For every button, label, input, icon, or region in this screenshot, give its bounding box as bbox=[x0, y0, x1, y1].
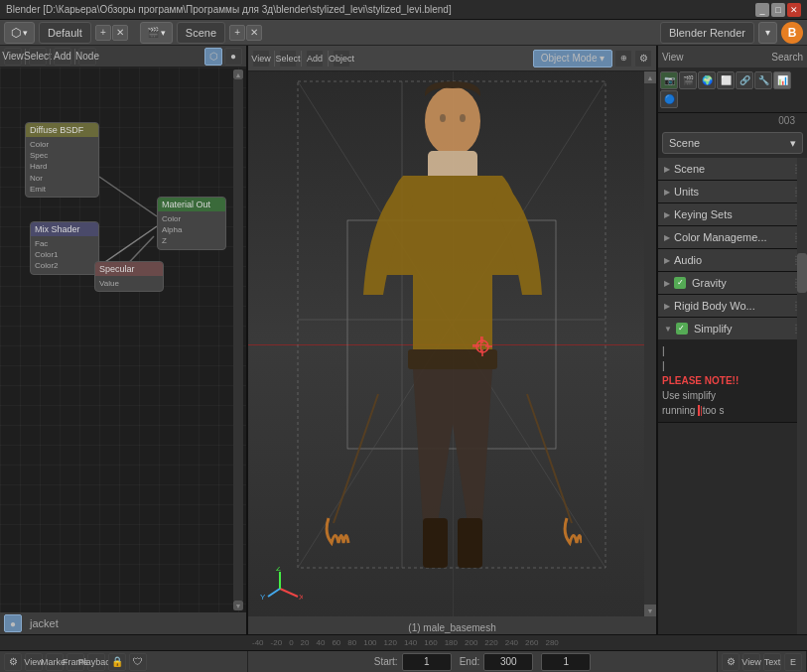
bottom-e-btn[interactable]: E bbox=[784, 653, 802, 671]
constraints-icon-btn[interactable]: 🔗 bbox=[736, 71, 753, 89]
gravity-label: Gravity bbox=[692, 277, 727, 289]
vscroll-down[interactable]: ▼ bbox=[644, 605, 656, 616]
add-menu-3d[interactable]: Add bbox=[306, 50, 324, 67]
scene-dropdown[interactable]: Scene ▾ bbox=[662, 132, 803, 154]
gravity-header[interactable]: ▶ ✓ Gravity ⣿ bbox=[658, 272, 807, 294]
audio-header[interactable]: ▶ Audio ⣿ bbox=[658, 249, 807, 271]
node-canvas[interactable]: Diffuse BSDF ColorSpecHardNorEmit Mix Sh… bbox=[0, 67, 246, 612]
close-button[interactable]: ✕ bbox=[787, 3, 801, 17]
node-output[interactable]: Material Out ColorAlphaZ bbox=[157, 197, 226, 250]
bottom-view-right[interactable]: View bbox=[742, 653, 760, 671]
svg-line-16 bbox=[527, 394, 572, 523]
title-bar-controls[interactable]: _ □ ✕ bbox=[755, 3, 801, 17]
bottom-settings-btn[interactable]: ⚙ bbox=[4, 653, 22, 671]
units-section-label: Units bbox=[674, 186, 699, 198]
data-icon-btn[interactable]: 📊 bbox=[773, 71, 791, 89]
view-menu-node[interactable]: View bbox=[4, 48, 22, 66]
node-material-btn[interactable]: ● bbox=[224, 48, 242, 66]
scroll-down[interactable]: ▼ bbox=[233, 601, 243, 610]
object-mode-btn[interactable]: Object Mode ▾ bbox=[533, 50, 612, 67]
character-silhouette bbox=[324, 76, 582, 593]
workspace-name: Default bbox=[39, 22, 91, 44]
close-scene-button[interactable]: ✕ bbox=[246, 25, 262, 41]
properties-icon-row: 📷 🎬 🌍 ⬜ 🔗 🔧 📊 🔵 bbox=[658, 67, 807, 113]
bottom-text-btn[interactable]: Text bbox=[763, 653, 781, 671]
viewport-global-btn[interactable]: ⊕ bbox=[614, 50, 632, 67]
vscroll-up[interactable]: ▲ bbox=[644, 71, 656, 83]
node-diffuse-header: Diffuse BSDF bbox=[26, 123, 98, 137]
node-label: jacket bbox=[30, 617, 59, 629]
close-workspace-button[interactable]: ✕ bbox=[112, 25, 128, 41]
select-menu-3d[interactable]: Select bbox=[279, 50, 297, 67]
bottom-marker-btn[interactable]: Marker bbox=[46, 653, 64, 671]
scene-name-display: Scene bbox=[177, 22, 225, 44]
scene-dropdown-arrow: ▾ bbox=[161, 28, 166, 38]
bottom-playback-btn[interactable]: Playback bbox=[87, 653, 105, 671]
bottom-left-segment: ⚙ View Marker Frame Playback 🔒 🛡 bbox=[0, 651, 248, 672]
canvas-scrollbar[interactable]: ▲ ▼ bbox=[232, 67, 244, 612]
bottom-lock-btn[interactable]: 🔒 bbox=[108, 653, 126, 671]
material-icon-btn[interactable]: 🔵 bbox=[660, 90, 678, 108]
simplify-arrow: ▼ bbox=[664, 325, 672, 334]
world-icon-btn[interactable]: 🌍 bbox=[698, 71, 716, 89]
end-input[interactable]: 300 bbox=[483, 653, 533, 671]
add-workspace-button[interactable]: + bbox=[95, 25, 111, 41]
render-icon-btn[interactable]: 📷 bbox=[660, 71, 678, 89]
minimize-button[interactable]: _ bbox=[755, 3, 769, 17]
modifier-icon-btn[interactable]: 🔧 bbox=[754, 71, 772, 89]
separator2 bbox=[50, 49, 51, 65]
search-label: Search bbox=[771, 52, 803, 63]
bottom-safe-btn[interactable]: 🛡 bbox=[129, 653, 147, 671]
rigid-body-header[interactable]: ▶ Rigid Body Wo... ⣿ bbox=[658, 295, 807, 317]
maximize-button[interactable]: □ bbox=[771, 3, 785, 17]
ruler-mark-9: 120 bbox=[384, 638, 397, 647]
scene-controls[interactable]: + ✕ bbox=[229, 25, 262, 41]
node-menu[interactable]: Node bbox=[78, 48, 96, 66]
current-frame-input[interactable]: 1 bbox=[541, 653, 591, 671]
add-scene-button[interactable]: + bbox=[229, 25, 245, 41]
node-specular[interactable]: Specular Value bbox=[94, 261, 164, 292]
viewport-canvas[interactable]: User Ortho bbox=[248, 71, 656, 616]
simplify-checkbox[interactable]: ✓ bbox=[676, 323, 688, 335]
right-panel-scrollbar[interactable] bbox=[797, 158, 807, 634]
keying-sets-header[interactable]: ▶ Keying Sets ⣿ bbox=[658, 203, 807, 225]
viewport-settings-btn[interactable]: ⚙ bbox=[634, 50, 652, 67]
svg-text:Z: Z bbox=[276, 567, 281, 573]
node-mix[interactable]: Mix Shader FacColor1Color2 bbox=[30, 221, 99, 275]
node-select-mode[interactable]: ● bbox=[4, 614, 22, 632]
add-menu-node[interactable]: Add bbox=[54, 48, 71, 66]
scene-type-btn[interactable]: 🎬 ▾ bbox=[140, 22, 173, 44]
simplify-header[interactable]: ▼ ✓ Simplify ⣿ bbox=[658, 318, 807, 339]
scene-dropdown-label: Scene bbox=[669, 137, 700, 149]
object-icon-btn[interactable]: ⬜ bbox=[717, 71, 735, 89]
scrollbar-thumb[interactable] bbox=[797, 253, 807, 293]
scene-section-header[interactable]: ▶ Scene ⣿ bbox=[658, 158, 807, 180]
start-input[interactable]: 1 bbox=[402, 653, 452, 671]
node-icon: ⬡ bbox=[11, 26, 21, 40]
node-editor-type-btn[interactable]: ⬡ ▾ bbox=[4, 22, 35, 44]
bottom-right-settings[interactable]: ⚙ bbox=[722, 653, 740, 671]
node-mix-body: FacColor1Color2 bbox=[31, 236, 98, 274]
properties-scroll-area: ▶ Scene ⣿ ▶ Units ⣿ ▶ Keying Sets ⣿ bbox=[658, 158, 807, 634]
color-management-header[interactable]: ▶ Color Manageme... ⣿ bbox=[658, 226, 807, 248]
renderer-dropdown[interactable]: ▾ bbox=[758, 22, 777, 44]
units-section-header[interactable]: ▶ Units ⣿ bbox=[658, 181, 807, 202]
node-composite-btn[interactable]: ⬡ bbox=[204, 48, 222, 66]
scene-icon: 🎬 bbox=[147, 27, 159, 38]
scene-icon-btn[interactable]: 🎬 bbox=[679, 71, 697, 89]
svg-rect-13 bbox=[423, 518, 448, 568]
units-section: ▶ Units ⣿ bbox=[658, 181, 807, 203]
view-menu-3d[interactable]: View bbox=[252, 50, 270, 67]
object-menu-3d[interactable]: Object bbox=[333, 50, 350, 67]
node-bottom-bar: ● jacket bbox=[0, 612, 246, 634]
select-menu-node[interactable]: Select bbox=[29, 48, 47, 66]
ruler-mark-17: 280 bbox=[545, 638, 558, 647]
node-diffuse[interactable]: Diffuse BSDF ColorSpecHardNorEmit bbox=[25, 122, 99, 198]
scroll-up[interactable]: ▲ bbox=[233, 69, 243, 79]
workspace-controls[interactable]: + ✕ bbox=[95, 25, 128, 41]
viewport-vscroll[interactable]: ▲ ▼ bbox=[644, 71, 656, 616]
end-label: End: bbox=[460, 656, 480, 667]
start-label: Start: bbox=[374, 656, 398, 667]
ruler-mark-2: -20 bbox=[271, 638, 283, 647]
gravity-checkbox[interactable]: ✓ bbox=[674, 277, 686, 289]
